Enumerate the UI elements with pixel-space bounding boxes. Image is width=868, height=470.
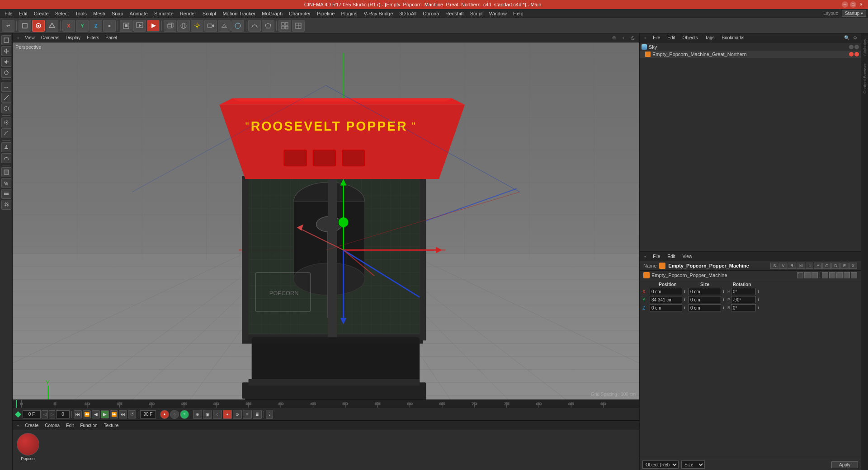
- size-z-spin[interactable]: ⬆: [722, 306, 726, 310]
- next-keyframe-button[interactable]: ⏩: [110, 410, 118, 418]
- rot-z-input[interactable]: [731, 304, 756, 311]
- position-x-input[interactable]: [650, 288, 682, 295]
- menu-mograph[interactable]: MoGraph: [259, 10, 285, 17]
- y-axis-button[interactable]: Y: [76, 20, 89, 32]
- menu-snap[interactable]: Snap: [109, 10, 126, 17]
- array-button[interactable]: [278, 20, 291, 32]
- frame-inc-button[interactable]: ▷: [49, 410, 55, 418]
- menu-window[interactable]: Window: [486, 10, 509, 17]
- left-layer-button[interactable]: [1, 189, 11, 199]
- rot-x-input[interactable]: [731, 288, 756, 295]
- menu-edit[interactable]: Edit: [16, 10, 30, 17]
- menu-redshift[interactable]: Redshift: [443, 10, 466, 17]
- left-polygons-button[interactable]: [1, 103, 11, 113]
- object-item-sky[interactable]: Sky: [640, 43, 861, 51]
- popcorn-render-dot[interactable]: [854, 52, 859, 56]
- render-button[interactable]: [147, 20, 160, 32]
- left-edges-button[interactable]: [1, 93, 11, 103]
- x-axis-button[interactable]: X: [62, 20, 75, 32]
- menu-mesh[interactable]: Mesh: [90, 10, 108, 17]
- menu-pipeline[interactable]: Pipeline: [314, 10, 337, 17]
- position-z-input[interactable]: [650, 304, 682, 311]
- spline-button[interactable]: [248, 20, 261, 32]
- menu-animate[interactable]: Animate: [127, 10, 151, 17]
- render-to-po-button[interactable]: [133, 20, 146, 32]
- left-live-select-button[interactable]: [1, 118, 11, 127]
- viewport-menu-view[interactable]: View: [22, 35, 38, 41]
- layout-selector[interactable]: Startup ▾: [842, 10, 866, 17]
- light-button[interactable]: [191, 20, 203, 32]
- extra-button[interactable]: ⋮: [266, 410, 273, 419]
- obj-search-icon[interactable]: 🔍: [844, 35, 850, 41]
- menu-character[interactable]: Character: [286, 10, 313, 17]
- size-y-input[interactable]: [689, 296, 721, 303]
- powerslider-button[interactable]: ≣: [253, 410, 262, 419]
- play-reverse-button[interactable]: ◀: [92, 410, 100, 418]
- obj-menu-edit[interactable]: Edit: [665, 35, 677, 41]
- left-points-button[interactable]: •••: [1, 82, 11, 92]
- col-e-button[interactable]: E: [840, 263, 849, 269]
- cube-button[interactable]: [164, 20, 176, 32]
- go-to-start-button[interactable]: ⏮: [74, 410, 82, 418]
- left-smooth-button[interactable]: [1, 153, 11, 163]
- material-menu-corona[interactable]: Corona: [42, 423, 62, 428]
- record-all-button[interactable]: ●: [160, 410, 169, 419]
- col-r-button[interactable]: R: [788, 263, 796, 269]
- timeline-button[interactable]: ≡: [243, 410, 252, 419]
- viewport-sync-icon[interactable]: ↕: [619, 35, 627, 41]
- rot-z-spin[interactable]: ⬆: [757, 306, 761, 310]
- grid-button[interactable]: [292, 20, 305, 32]
- frame-range-start[interactable]: [56, 410, 70, 418]
- menu-create[interactable]: Create: [31, 10, 52, 17]
- go-to-end-button[interactable]: ⏭: [119, 410, 127, 418]
- material-menu-function[interactable]: Function: [77, 423, 100, 428]
- menu-simulate[interactable]: Simulate: [151, 10, 176, 17]
- viewport-lock-icon[interactable]: ◷: [628, 35, 637, 41]
- material-menu-create[interactable]: Create: [22, 423, 41, 428]
- z-axis-button[interactable]: Z: [90, 20, 102, 32]
- keyframe-select-button[interactable]: ▣: [203, 410, 212, 419]
- record-pos-rot-button[interactable]: ●: [223, 410, 232, 419]
- size-z-input[interactable]: [689, 304, 721, 311]
- add-keyframe-button[interactable]: ⊕: [193, 410, 202, 419]
- object-item-popcorn-machine[interactable]: Empty_Popcorn_Machine_Great_Northern: [640, 51, 861, 58]
- rot-y-spin[interactable]: ⬆: [757, 298, 761, 302]
- attr-obj-icon-btn1[interactable]: ⬛: [797, 272, 803, 278]
- sky-render-dot[interactable]: [854, 45, 859, 49]
- material-menu-texture[interactable]: Texture: [101, 423, 122, 428]
- undo-button[interactable]: ↩: [2, 20, 14, 32]
- rot-x-spin[interactable]: ⬆: [757, 290, 761, 294]
- attr-obj-icon-btn8[interactable]: [851, 272, 857, 278]
- sky-visible-dot[interactable]: [849, 45, 854, 49]
- minimize-button[interactable]: ─: [842, 1, 848, 8]
- attr-menu-edit[interactable]: Edit: [665, 254, 677, 259]
- attr-obj-icon-btn3[interactable]: [811, 272, 818, 278]
- render-region-button[interactable]: [120, 20, 132, 32]
- size-x-spin[interactable]: ⬆: [722, 290, 726, 294]
- play-button[interactable]: ▶: [101, 410, 109, 418]
- menu-motion-tracker[interactable]: Motion Tracker: [220, 10, 258, 17]
- model-mode-button[interactable]: [19, 20, 31, 32]
- attr-obj-icon-btn5[interactable]: [829, 272, 835, 278]
- coord-size-select[interactable]: Size Scale: [681, 461, 705, 469]
- viewport-menu-display[interactable]: Display: [63, 35, 83, 41]
- size-x-input[interactable]: [689, 288, 721, 295]
- menu-select[interactable]: Select: [52, 10, 72, 17]
- attr-obj-icon-btn6[interactable]: [836, 272, 843, 278]
- record-pos-button[interactable]: ○: [170, 410, 179, 419]
- ik-button[interactable]: ⊙: [233, 410, 242, 419]
- menu-render[interactable]: Render: [177, 10, 199, 17]
- maximize-button[interactable]: □: [850, 1, 856, 8]
- left-paint-button[interactable]: [1, 142, 11, 152]
- content-browser-edge-label[interactable]: Content Browser: [862, 60, 868, 97]
- menu-vray[interactable]: V-Ray Bridge: [361, 10, 396, 17]
- col-m-button[interactable]: M: [797, 263, 806, 269]
- record-auto-button[interactable]: ?: [180, 410, 189, 419]
- menu-tools[interactable]: Tools: [72, 10, 90, 17]
- attributes-edge-label[interactable]: Attributes: [862, 35, 868, 60]
- left-fill-button[interactable]: [1, 167, 11, 177]
- all-axes-button[interactable]: ■: [103, 20, 116, 32]
- viewport-menu-cameras[interactable]: Cameras: [38, 35, 62, 41]
- menu-3dtoall[interactable]: 3DToAll: [396, 10, 419, 17]
- popcorn-visible-dot[interactable]: [849, 52, 854, 56]
